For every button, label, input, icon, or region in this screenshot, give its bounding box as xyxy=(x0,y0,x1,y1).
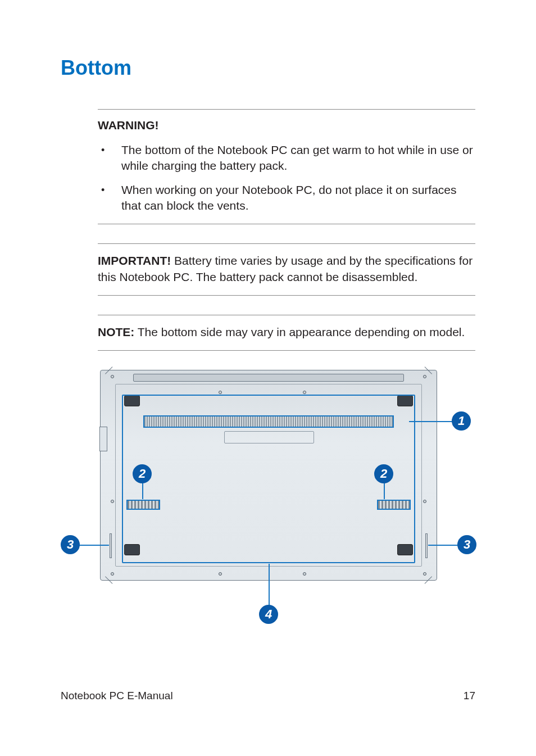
callout-badge-4: 4 xyxy=(259,605,278,624)
list-item: When working on your Notebook PC, do not… xyxy=(98,182,475,214)
note-text: The bottom side may vary in appearance d… xyxy=(134,325,465,338)
speaker-left-highlight xyxy=(126,500,160,510)
warning-list: The bottom of the Notebook PC can get wa… xyxy=(98,142,475,214)
warning-label: WARNING! xyxy=(98,119,475,132)
rubber-foot xyxy=(397,395,413,406)
hinge-bar xyxy=(133,374,404,382)
rubber-foot xyxy=(397,544,413,555)
side-slit xyxy=(110,533,112,558)
callout-badge-3b: 3 xyxy=(457,535,476,554)
callout-badge-1: 1 xyxy=(452,411,471,431)
important-label: IMPORTANT! xyxy=(98,254,171,267)
leader-line xyxy=(409,421,453,422)
leader-line xyxy=(142,482,143,499)
leader-line xyxy=(78,545,109,546)
small-panel xyxy=(224,431,314,443)
screw-icon xyxy=(111,500,114,503)
note-label: NOTE: xyxy=(98,325,134,338)
warning-bullet-text: When working on your Notebook PC, do not… xyxy=(121,182,475,214)
speaker-right-highlight xyxy=(377,500,411,510)
screw-icon xyxy=(111,375,114,378)
callout-badge-3: 3 xyxy=(61,535,80,554)
leader-line xyxy=(384,482,385,499)
leader-line xyxy=(269,564,270,606)
note-block: NOTE: The bottom side may vary in appear… xyxy=(98,315,475,351)
screw-icon xyxy=(219,572,222,576)
side-slit xyxy=(425,533,428,558)
important-block: IMPORTANT! Battery time varies by usage … xyxy=(98,243,475,296)
list-item: The bottom of the Notebook PC can get wa… xyxy=(98,142,475,174)
screw-icon xyxy=(423,500,426,503)
bottom-diagram: 1 2 2 3 3 4 xyxy=(61,370,476,640)
warning-bullet-text: The bottom of the Notebook PC can get wa… xyxy=(121,142,475,174)
rubber-foot xyxy=(124,544,140,555)
footer-page-number: 17 xyxy=(464,690,475,702)
side-notch xyxy=(99,427,107,451)
leader-line xyxy=(428,545,460,546)
air-vent-highlight xyxy=(143,415,394,428)
rubber-foot xyxy=(124,395,140,406)
screw-icon xyxy=(303,572,306,576)
screw-icon xyxy=(423,375,426,378)
page-footer: Notebook PC E-Manual 17 xyxy=(61,690,475,702)
footer-title: Notebook PC E-Manual xyxy=(61,690,173,702)
warning-block: WARNING! The bottom of the Notebook PC c… xyxy=(98,109,475,224)
page-heading: Bottom xyxy=(61,56,475,80)
